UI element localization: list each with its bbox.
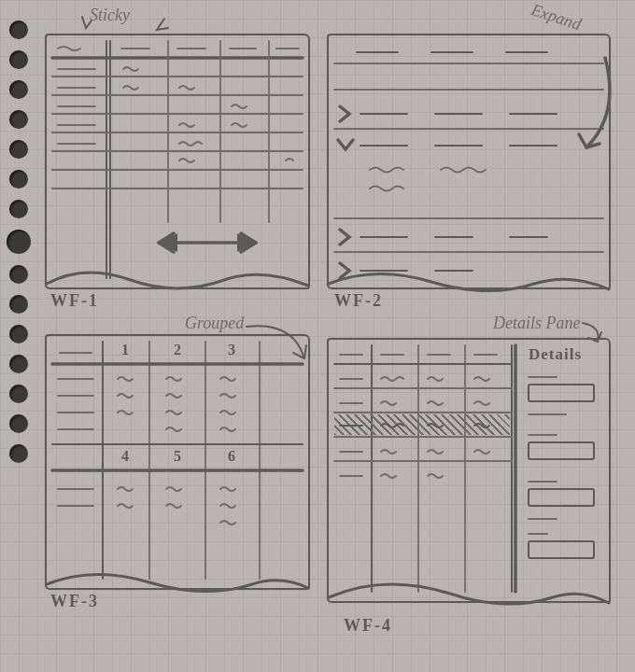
- sketch-page: Sticky: [45, 9, 626, 663]
- callout-details-pane: Details Pane: [493, 314, 580, 333]
- svg-rect-5: [529, 541, 594, 558]
- chevron-down-icon: [338, 140, 353, 149]
- expand-row-collapsed[interactable]: [340, 230, 547, 245]
- wf2-label: WF-2: [334, 291, 383, 311]
- wireframe-1-panel: [45, 34, 310, 289]
- notebook-spiral-holes: [9, 9, 32, 663]
- wf4-label: WF-4: [344, 616, 392, 636]
- wf4-layout: [329, 340, 609, 601]
- svg-rect-4: [529, 489, 594, 506]
- group-header: 1: [121, 342, 129, 358]
- wf3-label: WF-3: [50, 592, 99, 611]
- wireframe-3-panel: 1 2 3 4 5 6: [45, 334, 310, 590]
- callout-sticky-arrows: [64, 9, 194, 35]
- chevron-right-icon: [340, 106, 349, 121]
- callout-expand: Expand: [529, 0, 584, 35]
- group-header: 6: [228, 448, 235, 465]
- group-header: 5: [174, 448, 181, 465]
- group-header: 4: [121, 448, 129, 465]
- wireframe-4-panel: Details: [327, 338, 611, 603]
- callout-expand-arrow-icon: [558, 54, 614, 157]
- expand-row-collapsed[interactable]: [340, 106, 557, 121]
- torn-edge-icon: [325, 581, 616, 612]
- wireframe-2-panel: [327, 34, 611, 289]
- chevron-right-icon: [340, 230, 349, 245]
- callout-grouped: Grouped: [185, 314, 244, 333]
- svg-rect-3: [529, 442, 594, 459]
- wf1-table: [47, 35, 308, 287]
- scroll-horizontal-icon: [159, 233, 256, 252]
- selected-row-content: [334, 414, 510, 435]
- details-pane-heading: Details: [529, 345, 582, 364]
- svg-rect-2: [529, 385, 594, 401]
- group-header: 3: [228, 342, 235, 358]
- group-header: 2: [174, 342, 181, 358]
- wf1-label: WF-1: [50, 291, 99, 311]
- expand-row-expanded[interactable]: [338, 140, 557, 191]
